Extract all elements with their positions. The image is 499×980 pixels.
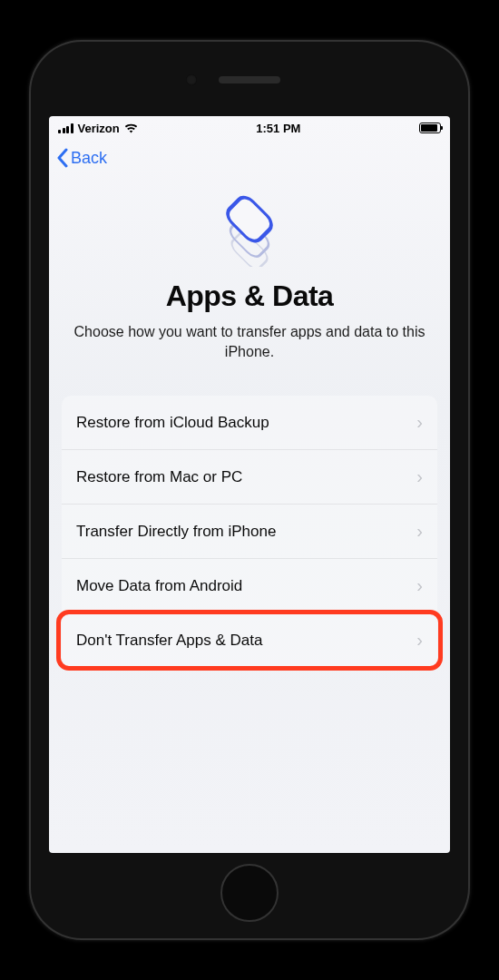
option-dont-transfer[interactable]: Don't Transfer Apps & Data › xyxy=(62,613,437,667)
option-label: Restore from Mac or PC xyxy=(76,468,242,486)
clock: 1:51 PM xyxy=(256,122,300,135)
page-subtitle: Choose how you want to transfer apps and… xyxy=(71,322,428,361)
chevron-right-icon: › xyxy=(416,412,423,433)
phone-frame: Verizon 1:51 PM Back xyxy=(29,40,470,940)
chevron-left-icon xyxy=(56,148,69,168)
option-label: Transfer Directly from iPhone xyxy=(76,523,276,541)
chevron-right-icon: › xyxy=(416,521,423,542)
option-restore-icloud[interactable]: Restore from iCloud Backup › xyxy=(62,396,437,450)
page-title: Apps & Data xyxy=(166,279,334,313)
battery-icon xyxy=(419,122,441,133)
signal-icon xyxy=(58,123,73,133)
apps-data-icon xyxy=(209,180,290,267)
screen: Verizon 1:51 PM Back xyxy=(49,116,450,853)
carrier-label: Verizon xyxy=(78,122,120,135)
chevron-right-icon: › xyxy=(416,630,423,651)
back-button[interactable]: Back xyxy=(56,148,107,168)
status-bar: Verizon 1:51 PM xyxy=(49,116,450,140)
option-label: Don't Transfer Apps & Data xyxy=(76,632,262,650)
back-label: Back xyxy=(71,149,107,168)
option-restore-mac-pc[interactable]: Restore from Mac or PC › xyxy=(62,450,437,505)
svg-rect-2 xyxy=(224,193,276,245)
front-camera xyxy=(186,74,197,85)
nav-bar: Back xyxy=(49,140,450,176)
speaker-grille xyxy=(219,76,280,83)
options-list: Restore from iCloud Backup › Restore fro… xyxy=(62,396,437,667)
home-button[interactable] xyxy=(220,864,279,922)
option-label: Move Data from Android xyxy=(76,577,242,595)
option-label: Restore from iCloud Backup xyxy=(76,414,269,432)
chevron-right-icon: › xyxy=(416,575,423,596)
chevron-right-icon: › xyxy=(416,466,423,487)
option-transfer-iphone[interactable]: Transfer Directly from iPhone › xyxy=(62,505,437,559)
wifi-icon xyxy=(124,123,138,133)
option-move-android[interactable]: Move Data from Android › xyxy=(62,559,437,613)
header-area: Apps & Data Choose how you want to trans… xyxy=(49,176,450,379)
